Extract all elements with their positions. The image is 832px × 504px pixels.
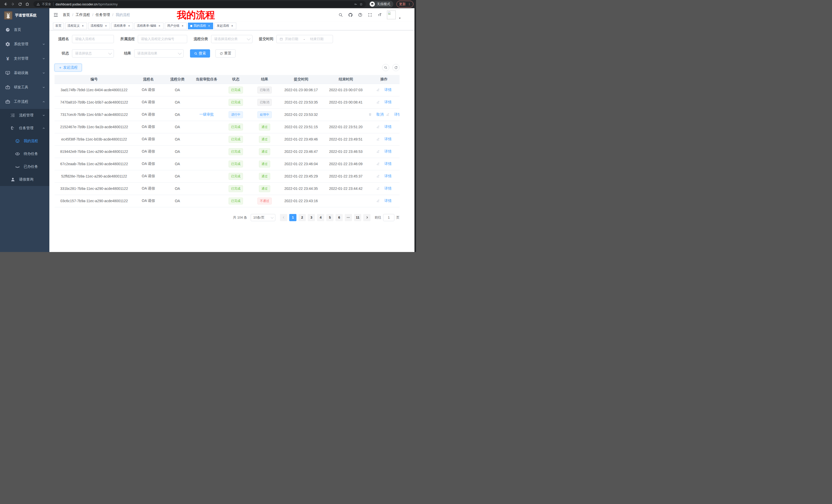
detail-link[interactable]: 详情 <box>376 149 392 154</box>
robot-icon <box>15 138 20 144</box>
browser-home-button[interactable] <box>24 1 30 7</box>
column-header-1: 流程名 <box>134 75 163 84</box>
process-id-cell: 331bc281-7b9a-11ec-a290-acde48001122 <box>54 183 134 195</box>
pagination-prev-button[interactable] <box>280 214 287 221</box>
submit-time-range-input[interactable]: 开始日期 - 结束日期 <box>277 35 333 43</box>
pagination-page-1[interactable]: 1 <box>289 214 296 221</box>
sidebar-item-2[interactable]: ¥支付管理 <box>0 51 49 66</box>
sidebar-item-6[interactable]: 流程管理 <box>0 109 49 122</box>
browser-back-button[interactable] <box>3 1 9 7</box>
github-icon[interactable] <box>348 12 353 18</box>
detail-link[interactable]: 详情 <box>376 174 392 178</box>
process-category-select[interactable]: 请选择流程分类 <box>211 35 253 43</box>
avatar-dropdown-caret-icon[interactable] <box>398 16 401 21</box>
cancel-link[interactable]: 取消 <box>368 112 384 117</box>
search-button[interactable]: 搜索 <box>190 49 210 58</box>
sidebar-item-4[interactable]: 研发工具 <box>0 80 49 94</box>
create-process-button[interactable]: 发起流程 <box>54 64 82 72</box>
fullscreen-icon[interactable] <box>367 12 372 18</box>
tab-7[interactable]: 发起流程× <box>214 23 236 29</box>
result-cell: 通过 <box>250 158 279 170</box>
browser-menu-dots-icon[interactable] <box>408 3 411 6</box>
goto-page-input[interactable]: 1 <box>383 214 394 221</box>
table-search-toggle-button[interactable] <box>382 64 389 71</box>
sidebar-item-3[interactable]: 基础设施 <box>0 66 49 80</box>
pagination-page-4[interactable]: 4 <box>317 214 324 221</box>
font-size-icon[interactable] <box>377 12 382 18</box>
close-icon[interactable]: × <box>104 24 108 28</box>
process-category-cell: OA <box>163 84 192 96</box>
browser-reload-button[interactable] <box>17 1 23 7</box>
end-time-cell-text: 2022-01-22 23:51:20 <box>329 125 363 129</box>
sidebar-item-10[interactable]: 已办任务 <box>0 160 49 173</box>
sidebar-item-0[interactable]: 首页 <box>0 23 49 37</box>
address-bar[interactable]: 不安全 dashboard.yudao.iocoder.cn /bpm/task… <box>33 1 366 7</box>
sidebar-item-8[interactable]: 我的流程 <box>0 135 49 147</box>
tab-1[interactable]: 流程定义× <box>65 23 87 29</box>
page-size-select[interactable]: 10条/页 <box>251 214 275 221</box>
pagination-page-3[interactable]: 3 <box>308 214 315 221</box>
breadcrumb-item-2[interactable]: 任务管理 <box>96 12 110 17</box>
detail-link[interactable]: 详情 <box>386 112 399 117</box>
pagination-page-11[interactable]: 11 <box>354 214 361 221</box>
detail-link[interactable]: 详情 <box>376 88 392 92</box>
help-icon[interactable] <box>358 12 363 18</box>
close-icon[interactable]: × <box>127 24 131 28</box>
current-task-link[interactable]: 一级审批 <box>200 112 214 117</box>
sidebar-logo[interactable]: 芋道管理系统 <box>0 8 49 23</box>
security-label[interactable]: 不安全 <box>42 2 51 6</box>
status-select[interactable]: 请选择状态 <box>72 49 114 58</box>
browser-forward-button[interactable] <box>10 1 16 7</box>
close-icon[interactable]: × <box>207 24 211 28</box>
window-scrollbar-strip[interactable] <box>414 0 416 252</box>
tab-6[interactable]: 我的流程× <box>188 23 213 29</box>
sidebar-item-9[interactable]: 待办任务 <box>0 147 49 160</box>
url-host[interactable]: dashboard.yudao.iocoder.cn <box>55 2 98 6</box>
breadcrumb-item-1[interactable]: 工作流程 <box>76 12 90 17</box>
process-name-input[interactable]: 请输入流程名 <box>72 35 114 43</box>
close-icon[interactable]: × <box>81 24 85 28</box>
edit-icon <box>376 125 380 129</box>
pagination-page-6[interactable]: 6 <box>336 214 343 221</box>
tab-2[interactable]: 流程模型× <box>88 23 110 29</box>
tab-5[interactable]: 用户分组× <box>165 23 187 29</box>
detail-link[interactable]: 详情 <box>376 199 392 203</box>
current-task-cell <box>192 158 222 170</box>
submit-time-cell: 2022-01-23 00:06:17 <box>279 84 323 96</box>
close-icon[interactable]: × <box>230 24 234 28</box>
chevron-up-icon <box>42 100 45 103</box>
bookmark-star-icon[interactable] <box>359 3 363 6</box>
process-name-cell-text: OA 请假 <box>142 88 155 92</box>
pagination-more-button[interactable]: ••• <box>345 214 352 221</box>
breadcrumb-item-0[interactable]: 首页 <box>63 12 70 17</box>
table-refresh-button[interactable] <box>392 64 399 71</box>
sidebar-collapse-icon[interactable] <box>53 12 59 18</box>
sidebar-item-11[interactable]: 请假查询 <box>0 173 49 186</box>
user-avatar[interactable] <box>387 10 396 19</box>
sidebar-item-1[interactable]: 系统管理 <box>0 37 49 51</box>
browser-update-button[interactable]: 更新 <box>396 1 413 7</box>
process-name-cell: OA 请假 <box>134 145 163 158</box>
detail-link[interactable]: 详情 <box>376 186 392 191</box>
result-select[interactable]: 请选择流结果 <box>134 49 184 58</box>
tab-3[interactable]: 流程表单× <box>111 23 133 29</box>
detail-link[interactable]: 详情 <box>376 162 392 166</box>
sidebar-item-5[interactable]: 工作流程 <box>0 94 49 109</box>
tab-0[interactable]: 首页 <box>53 23 64 29</box>
briefcase-icon <box>5 99 10 104</box>
pagination-page-2[interactable]: 2 <box>298 214 306 221</box>
process-definition-input[interactable]: 请输入流程定义的编号 <box>138 35 187 43</box>
detail-link[interactable]: 详情 <box>376 124 392 129</box>
password-key-icon[interactable] <box>354 3 357 6</box>
close-icon[interactable]: × <box>158 24 161 28</box>
detail-link[interactable]: 详情 <box>376 137 392 142</box>
search-icon[interactable] <box>338 12 343 18</box>
tab-4[interactable]: 流程表单-编辑× <box>134 23 163 29</box>
close-icon[interactable]: × <box>181 24 184 28</box>
sidebar-item-7[interactable]: 任务管理 <box>0 122 49 135</box>
detail-link[interactable]: 详情 <box>376 100 392 105</box>
pagination-next-button[interactable] <box>363 214 370 221</box>
reset-button[interactable]: 重置 <box>215 49 235 58</box>
pagination-page-5[interactable]: 5 <box>326 214 334 221</box>
url-path[interactable]: /bpm/task/my <box>98 2 118 6</box>
